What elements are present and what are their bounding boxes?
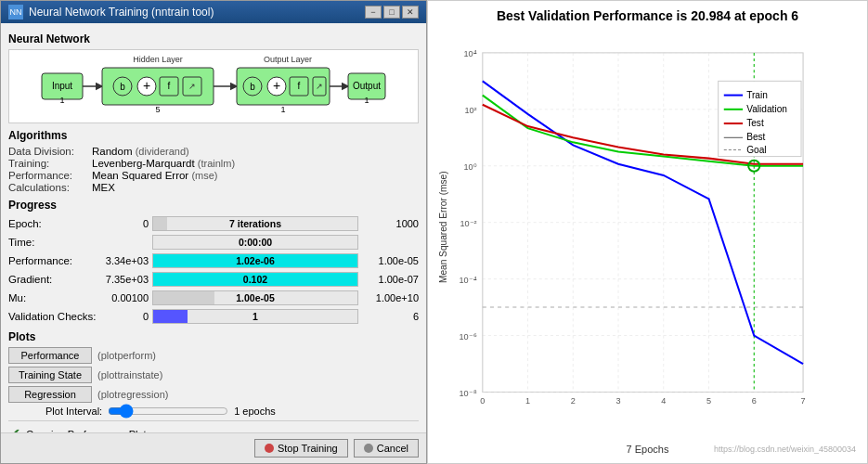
chart-svg: 10⁴ 10² 10⁰ 10⁻² 10⁻⁴ 10⁻⁶ 10⁻⁸ 0 1 2 3 … (435, 27, 860, 456)
svg-text:6: 6 (752, 396, 757, 406)
status-row: ✔ Opening Performance Plot (8, 420, 419, 432)
svg-text:f: f (298, 81, 301, 91)
prog-label-0: Epoch: (8, 218, 101, 229)
svg-text:1: 1 (59, 96, 64, 105)
prog-label-5: Validation Checks: (8, 311, 101, 322)
prog-label-3: Gradient: (8, 274, 101, 285)
minimize-button[interactable]: − (365, 6, 382, 19)
svg-text:b: b (250, 82, 255, 92)
plot-label-0: (plotperform) (97, 350, 156, 361)
plot-interval-row: Plot Interval: 1 epochs (45, 406, 419, 417)
svg-text:2: 2 (571, 396, 576, 406)
window-controls: − □ ✕ (365, 6, 419, 19)
svg-text:7: 7 (801, 396, 806, 406)
plot-btn-0[interactable]: Performance (8, 347, 92, 364)
svg-text:4: 4 (661, 396, 666, 406)
plot-row-1: Training State (plottrainstate) (8, 367, 419, 383)
progress-row-0: Epoch: 0 7 iterations 1000 (8, 215, 419, 232)
progress-rows: Epoch: 0 7 iterations 1000 Time: 0:00:00… (8, 215, 419, 325)
prog-bar-0: 7 iterations (152, 216, 358, 231)
watermark: https://blog.csdn.net/weixin_45800034 (714, 445, 856, 454)
plot-btn-1[interactable]: Training State (8, 367, 92, 383)
prog-right-4: 1.00e+10 (358, 292, 419, 303)
algo-calculations-label: Calculations: (8, 182, 92, 193)
prog-right-0: 1000 (358, 218, 419, 229)
svg-text:10⁻⁶: 10⁻⁶ (460, 332, 477, 342)
svg-text:Best: Best (746, 132, 765, 142)
prog-bar-text-0: 7 iterations (153, 217, 357, 230)
title-bar-left: NN Neural Network Training (nntrain tool… (8, 5, 214, 19)
svg-text:10⁻²: 10⁻² (460, 219, 476, 228)
prog-bar-text-1: 0:00:00 (153, 236, 357, 249)
plot-buttons: Performance (plotperform) Training State… (8, 347, 419, 403)
restore-button[interactable]: □ (383, 6, 400, 19)
svg-text:Input: Input (52, 81, 72, 91)
prog-bar-text-3: 0.102 (153, 273, 357, 286)
prog-bar-text-4: 1.00e-05 (153, 291, 357, 304)
cancel-icon (364, 444, 373, 453)
prog-left-5: 0 (101, 311, 152, 322)
algo-training-label: Training: (8, 158, 92, 169)
prog-bar-2: 1.02e-06 (152, 253, 358, 268)
bottom-buttons: Stop Training Cancel (1, 432, 426, 463)
svg-text:Test: Test (746, 118, 764, 128)
prog-bar-text-2: 1.02e-06 (153, 254, 357, 267)
progress-title: Progress (8, 199, 419, 212)
progress-row-1: Time: 0:00:00 (8, 234, 419, 251)
stop-icon (265, 444, 274, 453)
prog-right-3: 1.00e-07 (358, 274, 419, 285)
neural-network-section-title: Neural Network (8, 32, 419, 45)
algorithms-section: Algorithms Data Division: Random (divide… (8, 129, 419, 193)
prog-bar-text-5: 1 (153, 310, 357, 323)
algo-performance: Performance: Mean Squared Error (mse) (8, 170, 419, 181)
algo-data-division-value: Random (dividerand) (92, 146, 189, 157)
algo-calculations-value: MEX (92, 182, 115, 193)
svg-text:10⁰: 10⁰ (464, 162, 477, 172)
prog-left-3: 7.35e+03 (101, 274, 152, 285)
chart-area: 10⁴ 10² 10⁰ 10⁻² 10⁻⁴ 10⁻⁶ 10⁻⁸ 0 1 2 3 … (435, 27, 860, 456)
prog-bar-4: 1.00e-05 (152, 290, 358, 305)
svg-text:10⁻⁴: 10⁻⁴ (460, 276, 477, 285)
nn-svg: Input 1 Hidden Layer b + f ↗ (37, 55, 390, 118)
algo-calculations: Calculations: MEX (8, 182, 419, 193)
prog-label-4: Mu: (8, 292, 101, 303)
prog-left-0: 0 (101, 218, 152, 229)
close-button[interactable]: ✕ (402, 6, 419, 19)
right-panel: Best Validation Performance is 20.984 at… (427, 0, 868, 464)
svg-text:10²: 10² (464, 106, 476, 115)
prog-right-5: 6 (358, 311, 419, 322)
interval-slider[interactable] (108, 406, 228, 417)
progress-row-5: Validation Checks: 0 1 6 (8, 308, 419, 325)
plot-label-2: (plotregression) (97, 389, 168, 400)
algo-training: Training: Levenberg-Marquardt (trainlm) (8, 158, 419, 169)
app-icon: NN (8, 5, 23, 19)
svg-text:↗: ↗ (188, 82, 196, 91)
prog-right-2: 1.00e-05 (358, 255, 419, 266)
nn-diagram: Input 1 Hidden Layer b + f ↗ (8, 49, 419, 123)
svg-text:5: 5 (706, 396, 711, 406)
svg-text:+: + (143, 78, 150, 93)
svg-text:Mean Squared Error  (mse): Mean Squared Error (mse) (438, 171, 448, 283)
algorithms-title: Algorithms (8, 129, 419, 142)
svg-text:Output: Output (353, 81, 381, 91)
svg-text:1: 1 (280, 105, 285, 114)
status-check-icon: ✔ (8, 425, 20, 432)
svg-text:3: 3 (615, 396, 620, 406)
algo-performance-value: Mean Squared Error (mse) (92, 170, 218, 181)
svg-text:Goal: Goal (746, 145, 766, 155)
svg-text:1: 1 (525, 396, 530, 406)
cancel-button[interactable]: Cancel (354, 439, 419, 458)
svg-text:0: 0 (480, 396, 485, 406)
prog-label-1: Time: (8, 237, 101, 248)
algo-training-value: Levenberg-Marquardt (trainlm) (92, 158, 235, 169)
interval-value: 1 epochs (234, 406, 276, 417)
prog-label-2: Performance: (8, 255, 101, 266)
prog-bar-1: 0:00:00 (152, 235, 358, 250)
plot-btn-2[interactable]: Regression (8, 386, 92, 403)
window-title: Neural Network Training (nntrain tool) (29, 6, 214, 19)
algo-performance-label: Performance: (8, 170, 92, 181)
algo-data-division-label: Data Division: (8, 146, 92, 157)
algo-data-division: Data Division: Random (dividerand) (8, 146, 419, 157)
left-panel: NN Neural Network Training (nntrain tool… (0, 0, 427, 464)
stop-training-button[interactable]: Stop Training (254, 439, 348, 458)
